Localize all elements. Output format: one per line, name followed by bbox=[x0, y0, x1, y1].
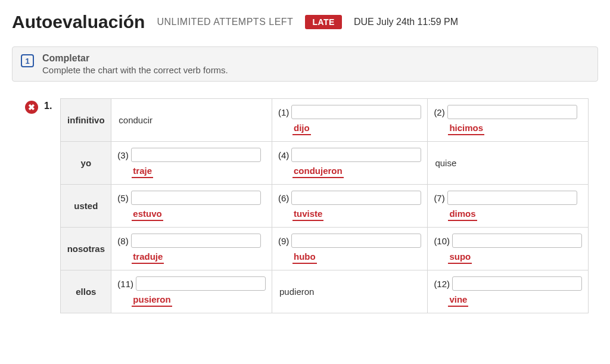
answer-input[interactable] bbox=[291, 191, 421, 205]
correct-answer: vine bbox=[448, 294, 468, 307]
table-row: nosotras (8) traduje (9) hubo bbox=[61, 228, 589, 270]
answer-input[interactable] bbox=[452, 234, 582, 248]
row-label: nosotras bbox=[61, 228, 111, 270]
row-label: ellos bbox=[61, 270, 111, 313]
table-cell: (2) hicimos bbox=[428, 99, 589, 142]
correct-answer: traduje bbox=[132, 251, 164, 264]
assignment-header: Autoevaluación UNLIMITED ATTEMPTS LEFT L… bbox=[12, 12, 598, 32]
table-cell: (7) dimos bbox=[428, 185, 589, 228]
answer-input[interactable] bbox=[447, 191, 577, 205]
correct-answer: dijo bbox=[292, 123, 311, 135]
row-label: infinitivo bbox=[61, 99, 111, 142]
blank-number: (1) bbox=[278, 107, 289, 117]
table-cell: (12) vine bbox=[428, 270, 589, 313]
due-date: DUE July 24th 11:59 PM bbox=[354, 17, 458, 27]
correct-answer: hicimos bbox=[448, 123, 484, 135]
status-badge: LATE bbox=[305, 15, 342, 29]
answer-input[interactable] bbox=[447, 105, 577, 119]
attempts-left: UNLIMITED ATTEMPTS LEFT bbox=[157, 17, 293, 27]
answer-input[interactable] bbox=[131, 191, 261, 205]
static-value: pudieron bbox=[278, 278, 421, 305]
static-value: conducir bbox=[117, 107, 266, 133]
table-cell: conducir bbox=[111, 99, 272, 142]
answer-input[interactable] bbox=[136, 276, 266, 291]
table-cell: (8) traduje bbox=[111, 228, 272, 270]
instructions-subtitle: Complete the chart with the correct verb… bbox=[42, 65, 228, 75]
table-cell: (10) supo bbox=[428, 228, 589, 270]
correct-answer: condujeron bbox=[292, 166, 344, 178]
conjugation-table: infinitivo conducir (1) dijo (2) bbox=[60, 98, 589, 313]
blank-number: (11) bbox=[117, 279, 133, 289]
answer-input[interactable] bbox=[291, 148, 421, 162]
blank-number: (12) bbox=[434, 279, 450, 289]
blank-number: (6) bbox=[278, 193, 289, 203]
blank-number: (5) bbox=[117, 193, 128, 203]
table-row: infinitivo conducir (1) dijo (2) bbox=[61, 99, 589, 142]
blank-number: (7) bbox=[434, 193, 444, 203]
blank-number: (2) bbox=[434, 107, 444, 117]
answer-input[interactable] bbox=[452, 276, 582, 291]
page-title: Autoevaluación bbox=[12, 12, 145, 32]
blank-number: (3) bbox=[117, 150, 128, 160]
correct-answer: estuvo bbox=[132, 209, 163, 221]
correct-answer: tuviste bbox=[292, 209, 323, 221]
answer-input[interactable] bbox=[291, 234, 421, 248]
correct-answer: hubo bbox=[292, 251, 317, 264]
correct-answer: traje bbox=[132, 166, 153, 178]
instructions-title: Completar bbox=[42, 53, 228, 64]
table-cell: (5) estuvo bbox=[111, 185, 272, 228]
instructions-text: Completar Complete the chart with the co… bbox=[42, 53, 228, 75]
question-block: ✖ 1. infinitivo conducir (1) dijo bbox=[25, 98, 598, 313]
table-row: ellos (11) pusieron pudieron (12) bbox=[61, 270, 589, 313]
blank-number: (8) bbox=[117, 236, 128, 246]
table-cell: (6) tuviste bbox=[272, 185, 428, 228]
blank-number: (4) bbox=[278, 150, 289, 160]
question-number: 1. bbox=[44, 101, 52, 111]
answer-input[interactable] bbox=[131, 234, 261, 248]
row-label: usted bbox=[61, 185, 111, 228]
answer-input[interactable] bbox=[291, 105, 421, 119]
incorrect-icon: ✖ bbox=[25, 101, 38, 114]
step-number: 1 bbox=[21, 54, 34, 67]
correct-answer: supo bbox=[448, 251, 472, 264]
blank-number: (9) bbox=[278, 236, 289, 246]
correct-answer: dimos bbox=[448, 209, 477, 221]
table-cell: (4) condujeron bbox=[272, 142, 428, 185]
static-value: quise bbox=[434, 150, 582, 176]
answer-input[interactable] bbox=[131, 148, 261, 162]
table-cell: pudieron bbox=[272, 270, 428, 313]
row-label: yo bbox=[61, 142, 111, 185]
table-row: yo (3) traje (4) condujeron bbox=[61, 142, 589, 185]
table-row: usted (5) estuvo (6) tuviste bbox=[61, 185, 589, 228]
instructions-panel: 1 Completar Complete the chart with the … bbox=[12, 46, 598, 82]
table-cell: (1) dijo bbox=[272, 99, 428, 142]
table-cell: (9) hubo bbox=[272, 228, 428, 270]
correct-answer: pusieron bbox=[132, 294, 172, 307]
table-cell: (3) traje bbox=[111, 142, 272, 185]
table-cell: quise bbox=[428, 142, 589, 185]
table-cell: (11) pusieron bbox=[111, 270, 272, 313]
blank-number: (10) bbox=[434, 236, 450, 246]
